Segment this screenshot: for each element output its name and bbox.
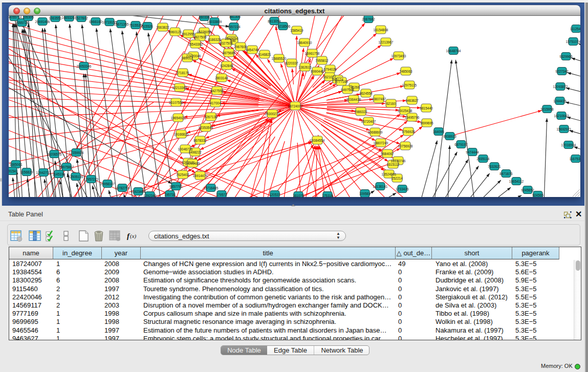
svg-text:9329966: 9329966 (559, 55, 573, 58)
svg-text:1615112: 1615112 (387, 163, 400, 166)
svg-text:12975115: 12975115 (402, 83, 417, 87)
svg-text:15716485: 15716485 (204, 186, 219, 190)
svg-text:13495796: 13495796 (405, 116, 420, 119)
svg-text:6966160: 6966160 (89, 20, 102, 24)
svg-text:1292346: 1292346 (143, 194, 157, 198)
svg-text:8427552: 8427552 (210, 89, 224, 93)
svg-text:20691406: 20691406 (35, 20, 50, 24)
svg-text:9242848: 9242848 (220, 64, 233, 68)
svg-text:9327508: 9327508 (220, 41, 233, 45)
svg-text:12505135: 12505135 (69, 175, 83, 179)
svg-text:9684067: 9684067 (381, 152, 394, 156)
svg-text:11923468: 11923468 (131, 190, 146, 193)
svg-text:7357224: 7357224 (227, 25, 241, 29)
svg-text:226305: 226305 (23, 16, 34, 19)
svg-text:19654923: 19654923 (171, 116, 186, 120)
svg-text:7485063: 7485063 (399, 70, 412, 73)
svg-text:18640910: 18640910 (297, 41, 312, 45)
svg-text:7625402: 7625402 (176, 173, 189, 177)
svg-text:9777169: 9777169 (335, 80, 348, 83)
svg-text:8454749: 8454749 (246, 48, 259, 52)
svg-text:515526: 515526 (142, 25, 153, 28)
svg-text:39975867: 39975867 (59, 165, 74, 169)
svg-text:9815440: 9815440 (420, 106, 433, 110)
svg-text:417004: 417004 (210, 101, 221, 105)
svg-text:8186323: 8186323 (208, 38, 221, 41)
svg-text:3267130: 3267130 (204, 115, 217, 119)
svg-text:1527602: 1527602 (75, 16, 88, 20)
svg-text:8990448: 8990448 (311, 70, 324, 73)
svg-text:8938923: 8938923 (443, 135, 456, 138)
svg-text:195738: 195738 (164, 193, 176, 196)
svg-text:9227342: 9227342 (555, 70, 569, 73)
svg-text:14055714: 14055714 (9, 16, 22, 19)
svg-text:(x): (x) (130, 233, 137, 239)
svg-text:9756928: 9756928 (402, 130, 415, 134)
svg-text:16782759: 16782759 (115, 186, 130, 190)
svg-text:15885520: 15885520 (272, 57, 287, 60)
svg-text:6879197: 6879197 (454, 143, 468, 146)
svg-text:1156829: 1156829 (20, 170, 33, 174)
svg-text:9699695: 9699695 (420, 121, 433, 125)
svg-text:7955812: 7955812 (315, 59, 329, 62)
svg-text:1733426: 1733426 (396, 187, 409, 191)
svg-text:1362615: 1362615 (298, 65, 312, 69)
svg-text:20364436: 20364436 (346, 98, 361, 101)
svg-text:1585419: 1585419 (290, 29, 303, 32)
svg-text:109581: 109581 (359, 192, 371, 195)
svg-text:120537: 120537 (269, 193, 280, 196)
svg-text:7515526: 7515526 (129, 24, 142, 27)
svg-text:881305: 881305 (229, 16, 241, 18)
svg-text:8813054: 8813054 (268, 19, 281, 23)
svg-text:16648784: 16648784 (446, 49, 461, 53)
svg-text:19384554: 19384554 (310, 139, 325, 142)
svg-text:16961758: 16961758 (305, 52, 320, 55)
svg-text:175316: 175316 (322, 194, 333, 198)
svg-text:18807249: 18807249 (374, 141, 388, 145)
svg-text:18724007: 18724007 (288, 104, 303, 108)
svg-text:12942737: 12942737 (36, 171, 51, 174)
svg-text:12353594: 12353594 (199, 126, 213, 129)
svg-text:8960123: 8960123 (168, 30, 182, 34)
svg-text:25300273: 25300273 (265, 112, 280, 116)
svg-text:17957223: 17957223 (84, 178, 99, 181)
svg-text:989012: 989012 (182, 56, 193, 60)
svg-text:16107552: 16107552 (169, 101, 184, 104)
svg-text:8471676: 8471676 (499, 172, 513, 176)
svg-text:19218506: 19218506 (276, 25, 291, 28)
svg-text:1167534: 1167534 (570, 157, 580, 161)
svg-text:62160: 62160 (386, 102, 396, 105)
svg-text:15692971: 15692971 (557, 127, 572, 131)
svg-text:7632621: 7632621 (488, 165, 501, 168)
svg-text:1244415: 1244415 (553, 99, 567, 103)
svg-text:10807487: 10807487 (372, 97, 386, 101)
svg-text:8912955: 8912955 (182, 32, 195, 36)
svg-text:12213967: 12213967 (379, 40, 394, 44)
svg-text:9827506: 9827506 (193, 35, 207, 39)
svg-text:2967608: 2967608 (234, 45, 247, 49)
svg-text:2803144: 2803144 (215, 76, 228, 80)
svg-text:15226058: 15226058 (197, 30, 212, 34)
svg-text:16154808: 16154808 (374, 28, 388, 32)
svg-text:1685061: 1685061 (9, 163, 23, 166)
svg-text:1063551: 1063551 (49, 16, 62, 20)
svg-text:12093872: 12093872 (553, 85, 568, 89)
svg-text:1112549: 1112549 (570, 27, 580, 31)
svg-text:2055724: 2055724 (15, 21, 29, 25)
svg-text:19166825: 19166825 (174, 133, 189, 136)
svg-text:16671355: 16671355 (114, 23, 129, 26)
svg-text:16210643: 16210643 (554, 114, 569, 118)
svg-text:7663822: 7663822 (156, 26, 169, 29)
svg-text:13524861: 13524861 (382, 172, 397, 176)
svg-text:1498222: 1498222 (188, 150, 202, 154)
svg-text:2935114: 2935114 (477, 157, 490, 161)
svg-text:161075: 161075 (293, 194, 304, 198)
svg-text:9474444: 9474444 (466, 150, 479, 154)
svg-text:7986322: 7986322 (354, 110, 367, 114)
svg-text:2718176: 2718176 (176, 71, 189, 75)
svg-text:16120746: 16120746 (391, 159, 406, 163)
svg-text:15720407: 15720407 (361, 120, 376, 123)
svg-text:3875685: 3875685 (222, 51, 235, 55)
svg-text:9245652: 9245652 (521, 188, 534, 192)
svg-text:1145194: 1145194 (53, 172, 66, 176)
